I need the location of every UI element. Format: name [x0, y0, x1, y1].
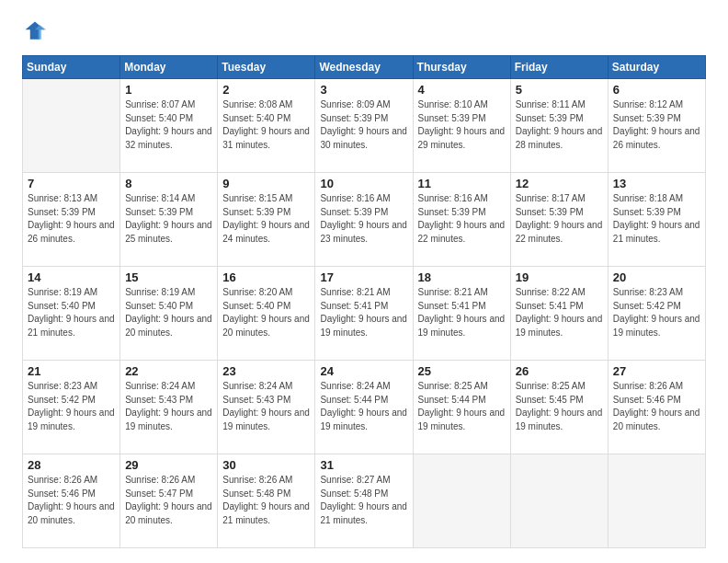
calendar-cell: 14Sunrise: 8:19 AMSunset: 5:40 PMDayligh… — [23, 267, 120, 361]
calendar-cell: 7Sunrise: 8:13 AMSunset: 5:39 PMDaylight… — [23, 173, 120, 267]
day-number: 10 — [320, 177, 407, 190]
day-number: 24 — [320, 364, 407, 378]
day-info: Sunrise: 8:22 AMSunset: 5:41 PMDaylight:… — [516, 286, 603, 339]
calendar-cell: 30Sunrise: 8:26 AMSunset: 5:48 PMDayligh… — [218, 454, 315, 548]
day-info: Sunrise: 8:16 AMSunset: 5:39 PMDaylight:… — [418, 192, 506, 246]
calendar-cell: 11Sunrise: 8:16 AMSunset: 5:39 PMDayligh… — [413, 173, 510, 267]
calendar-cell: 23Sunrise: 8:24 AMSunset: 5:43 PMDayligh… — [218, 361, 315, 454]
day-number: 13 — [613, 177, 700, 190]
day-number: 16 — [222, 270, 310, 284]
day-info: Sunrise: 8:26 AMSunset: 5:47 PMDaylight:… — [125, 474, 212, 527]
day-info: Sunrise: 8:26 AMSunset: 5:46 PMDaylight:… — [613, 380, 700, 433]
calendar-cell: 20Sunrise: 8:23 AMSunset: 5:42 PMDayligh… — [608, 267, 705, 361]
header — [22, 18, 706, 44]
day-info: Sunrise: 8:24 AMSunset: 5:44 PMDaylight:… — [320, 380, 407, 433]
calendar-cell: 19Sunrise: 8:22 AMSunset: 5:41 PMDayligh… — [510, 267, 608, 361]
calendar-cell: 27Sunrise: 8:26 AMSunset: 5:46 PMDayligh… — [608, 361, 705, 454]
calendar-cell: 15Sunrise: 8:19 AMSunset: 5:40 PMDayligh… — [120, 267, 218, 361]
page: SundayMondayTuesdayWednesdayThursdayFrid… — [0, 0, 728, 563]
day-number: 14 — [28, 270, 115, 284]
day-info: Sunrise: 8:24 AMSunset: 5:43 PMDaylight:… — [125, 380, 212, 433]
calendar-cell: 12Sunrise: 8:17 AMSunset: 5:39 PMDayligh… — [510, 173, 608, 267]
day-info: Sunrise: 8:16 AMSunset: 5:39 PMDaylight:… — [320, 192, 407, 246]
day-info: Sunrise: 8:18 AMSunset: 5:39 PMDaylight:… — [613, 192, 700, 246]
calendar-cell: 6Sunrise: 8:12 AMSunset: 5:39 PMDaylight… — [608, 79, 705, 173]
day-number: 15 — [125, 270, 212, 284]
day-number: 23 — [222, 364, 310, 378]
calendar-table: SundayMondayTuesdayWednesdayThursdayFrid… — [22, 55, 706, 548]
day-number: 26 — [516, 364, 603, 378]
weekday-header-tuesday: Tuesday — [218, 56, 315, 79]
day-info: Sunrise: 8:19 AMSunset: 5:40 PMDaylight:… — [125, 286, 212, 339]
day-info: Sunrise: 8:24 AMSunset: 5:43 PMDaylight:… — [222, 380, 310, 433]
day-info: Sunrise: 8:21 AMSunset: 5:41 PMDaylight:… — [320, 286, 407, 339]
day-number: 12 — [516, 177, 603, 190]
day-number: 2 — [222, 83, 310, 97]
calendar-cell — [413, 454, 510, 548]
day-number: 25 — [418, 364, 506, 378]
calendar-cell: 8Sunrise: 8:14 AMSunset: 5:39 PMDaylight… — [120, 173, 218, 267]
day-number: 3 — [320, 83, 407, 97]
day-info: Sunrise: 8:14 AMSunset: 5:39 PMDaylight:… — [125, 192, 212, 246]
day-info: Sunrise: 8:12 AMSunset: 5:39 PMDaylight:… — [613, 98, 700, 152]
weekday-header-saturday: Saturday — [608, 56, 705, 79]
day-number: 5 — [516, 83, 603, 97]
day-info: Sunrise: 8:26 AMSunset: 5:48 PMDaylight:… — [222, 474, 310, 527]
calendar-cell: 18Sunrise: 8:21 AMSunset: 5:41 PMDayligh… — [413, 267, 510, 361]
day-number: 31 — [320, 458, 407, 472]
logo-icon — [22, 18, 48, 44]
day-number: 17 — [320, 270, 407, 284]
day-number: 21 — [28, 364, 115, 378]
day-info: Sunrise: 8:27 AMSunset: 5:48 PMDaylight:… — [320, 474, 407, 527]
logo — [22, 18, 50, 44]
day-info: Sunrise: 8:25 AMSunset: 5:45 PMDaylight:… — [516, 380, 603, 433]
calendar-cell: 4Sunrise: 8:10 AMSunset: 5:39 PMDaylight… — [413, 79, 510, 173]
calendar-cell — [608, 454, 705, 548]
calendar-week-3: 14Sunrise: 8:19 AMSunset: 5:40 PMDayligh… — [23, 267, 706, 361]
calendar-cell: 5Sunrise: 8:11 AMSunset: 5:39 PMDaylight… — [510, 79, 608, 173]
weekday-header-sunday: Sunday — [23, 56, 120, 79]
day-info: Sunrise: 8:21 AMSunset: 5:41 PMDaylight:… — [418, 286, 506, 339]
calendar-cell: 29Sunrise: 8:26 AMSunset: 5:47 PMDayligh… — [120, 454, 218, 548]
day-info: Sunrise: 8:17 AMSunset: 5:39 PMDaylight:… — [516, 192, 603, 246]
calendar-week-1: 1Sunrise: 8:07 AMSunset: 5:40 PMDaylight… — [23, 79, 706, 173]
calendar-week-4: 21Sunrise: 8:23 AMSunset: 5:42 PMDayligh… — [23, 361, 706, 454]
day-number: 28 — [28, 458, 115, 472]
day-info: Sunrise: 8:11 AMSunset: 5:39 PMDaylight:… — [516, 98, 603, 152]
calendar-cell: 1Sunrise: 8:07 AMSunset: 5:40 PMDaylight… — [120, 79, 218, 173]
day-info: Sunrise: 8:09 AMSunset: 5:39 PMDaylight:… — [320, 98, 407, 152]
calendar-cell: 2Sunrise: 8:08 AMSunset: 5:40 PMDaylight… — [218, 79, 315, 173]
day-info: Sunrise: 8:19 AMSunset: 5:40 PMDaylight:… — [28, 286, 115, 339]
svg-marker-0 — [26, 22, 45, 40]
calendar-cell: 26Sunrise: 8:25 AMSunset: 5:45 PMDayligh… — [510, 361, 608, 454]
day-number: 29 — [125, 458, 212, 472]
calendar-cell — [510, 454, 608, 548]
calendar-cell: 31Sunrise: 8:27 AMSunset: 5:48 PMDayligh… — [315, 454, 413, 548]
day-info: Sunrise: 8:23 AMSunset: 5:42 PMDaylight:… — [28, 380, 115, 433]
day-number: 1 — [125, 83, 212, 97]
calendar-cell — [23, 79, 120, 173]
day-number: 30 — [222, 458, 310, 472]
weekday-header-row: SundayMondayTuesdayWednesdayThursdayFrid… — [23, 56, 706, 79]
day-number: 8 — [125, 177, 212, 190]
calendar-week-2: 7Sunrise: 8:13 AMSunset: 5:39 PMDaylight… — [23, 173, 706, 267]
day-number: 18 — [418, 270, 506, 284]
day-info: Sunrise: 8:07 AMSunset: 5:40 PMDaylight:… — [125, 98, 212, 152]
day-number: 20 — [613, 270, 700, 284]
weekday-header-wednesday: Wednesday — [315, 56, 413, 79]
day-info: Sunrise: 8:26 AMSunset: 5:46 PMDaylight:… — [28, 474, 115, 527]
day-info: Sunrise: 8:10 AMSunset: 5:39 PMDaylight:… — [418, 98, 506, 152]
calendar-cell: 17Sunrise: 8:21 AMSunset: 5:41 PMDayligh… — [315, 267, 413, 361]
calendar-cell: 22Sunrise: 8:24 AMSunset: 5:43 PMDayligh… — [120, 361, 218, 454]
calendar-cell: 25Sunrise: 8:25 AMSunset: 5:44 PMDayligh… — [413, 361, 510, 454]
day-info: Sunrise: 8:08 AMSunset: 5:40 PMDaylight:… — [222, 98, 310, 152]
weekday-header-thursday: Thursday — [413, 56, 510, 79]
day-number: 7 — [28, 177, 115, 190]
calendar-cell: 28Sunrise: 8:26 AMSunset: 5:46 PMDayligh… — [23, 454, 120, 548]
day-number: 9 — [222, 177, 310, 190]
day-number: 22 — [125, 364, 212, 378]
calendar-cell: 3Sunrise: 8:09 AMSunset: 5:39 PMDaylight… — [315, 79, 413, 173]
day-number: 4 — [418, 83, 506, 97]
day-info: Sunrise: 8:13 AMSunset: 5:39 PMDaylight:… — [28, 192, 115, 246]
day-number: 19 — [516, 270, 603, 284]
